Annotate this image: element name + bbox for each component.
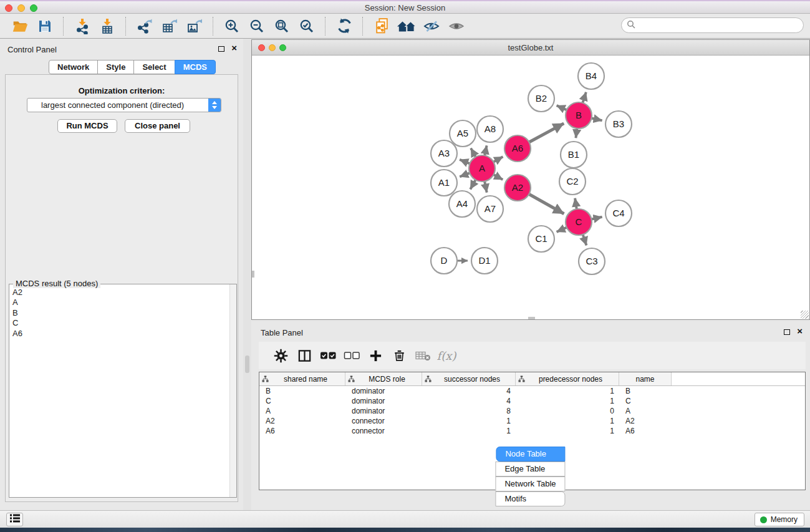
close-panel-button[interactable]: Close panel <box>125 119 190 133</box>
cell-successor-nodes[interactable]: 1 <box>422 417 516 425</box>
delete-column-button[interactable] <box>387 344 411 367</box>
toggle-columns-button[interactable] <box>292 344 316 367</box>
edge-C-C4[interactable] <box>592 217 602 220</box>
run-mcds-button[interactable]: Run MCDS <box>57 119 117 133</box>
result-list-item[interactable]: A <box>12 297 230 307</box>
result-scrollbar[interactable] <box>229 284 236 497</box>
show-all-button[interactable] <box>445 16 468 37</box>
home-button[interactable] <box>395 16 418 37</box>
cell-mcds-role[interactable]: dominator <box>345 407 422 415</box>
tab-node-table[interactable]: Node Table <box>496 447 565 462</box>
tab-edge-table[interactable]: Edge Table <box>495 462 565 476</box>
zoom-in-button[interactable] <box>221 16 243 37</box>
node-D1[interactable]: D1 <box>471 248 498 274</box>
column-header-shared-name[interactable]: shared name <box>259 372 345 385</box>
result-list-item[interactable]: B <box>12 308 230 318</box>
node-A8[interactable]: A8 <box>477 116 503 142</box>
cell-mcds-role[interactable]: connector <box>345 417 422 425</box>
edge-A-A2[interactable] <box>493 175 503 180</box>
edge-A-A4[interactable] <box>470 180 476 189</box>
edge-C-C3[interactable] <box>583 235 587 245</box>
export-network-button[interactable] <box>133 16 156 37</box>
cell-mcds-role[interactable]: dominator <box>345 397 422 405</box>
cell-successor-nodes[interactable]: 4 <box>422 397 516 405</box>
duplicate-network-button[interactable] <box>370 16 393 37</box>
import-table-button[interactable] <box>96 16 118 37</box>
edge-B-B2[interactable] <box>557 105 567 110</box>
cell-predecessor-nodes[interactable]: 1 <box>516 417 619 425</box>
hide-selected-button[interactable] <box>420 16 443 37</box>
cell-shared-name[interactable]: A2 <box>259 417 345 425</box>
edge-B-B3[interactable] <box>592 118 602 120</box>
control-panel-close-button[interactable]: × <box>231 42 237 54</box>
network-window-titlebar[interactable]: testGlobe.txt <box>252 40 809 56</box>
node-C2[interactable]: C2 <box>559 168 586 195</box>
cell-successor-nodes[interactable]: 8 <box>422 407 516 415</box>
cell-predecessor-nodes[interactable]: 1 <box>516 387 619 395</box>
network-graph[interactable]: B4B2BB3B1A5A8A6A3AA1A2C2A4A7C4CC1C3DD1 <box>252 56 809 319</box>
cell-name[interactable]: A2 <box>619 417 672 425</box>
column-header-predecessor-nodes[interactable]: predecessor nodes <box>516 372 619 385</box>
tab-style[interactable]: Style <box>97 60 134 74</box>
tab-mcds[interactable]: MCDS <box>175 60 216 74</box>
node-A7[interactable]: A7 <box>477 196 503 222</box>
cell-successor-nodes[interactable]: 1 <box>422 427 516 435</box>
cell-name[interactable]: B <box>619 387 672 395</box>
edge-B-B4[interactable] <box>582 92 586 103</box>
table-panel-float-button[interactable] <box>784 329 790 335</box>
cell-shared-name[interactable]: B <box>259 387 345 395</box>
task-history-button[interactable] <box>6 513 23 526</box>
node-C4[interactable]: C4 <box>605 200 632 226</box>
criterion-select[interactable]: largest connected component (directed) <box>27 98 221 112</box>
node-B[interactable]: B <box>566 102 592 128</box>
cell-successor-nodes[interactable]: 4 <box>422 387 516 395</box>
refresh-button[interactable] <box>333 16 355 37</box>
zoom-fit-button[interactable] <box>271 16 293 37</box>
export-table-button[interactable] <box>158 16 181 37</box>
cell-name[interactable]: A <box>619 407 672 415</box>
cell-mcds-role[interactable]: dominator <box>345 387 422 395</box>
table-row[interactable]: A6connector11A6 <box>259 426 805 436</box>
zoom-selected-button[interactable] <box>296 16 318 37</box>
cell-mcds-role[interactable]: connector <box>345 427 422 435</box>
result-list-item[interactable]: C <box>12 318 230 328</box>
mcds-result-list[interactable]: A2ABCA6 <box>10 285 230 496</box>
tab-motifs[interactable]: Motifs <box>495 491 565 506</box>
cell-predecessor-nodes[interactable]: 0 <box>516 407 619 415</box>
open-session-button[interactable] <box>9 16 31 37</box>
table-row[interactable]: Cdominator41C <box>259 396 805 406</box>
search-field[interactable] <box>621 17 804 33</box>
edge-A-A3[interactable] <box>460 160 470 163</box>
node-A1[interactable]: A1 <box>431 170 457 196</box>
node-A4[interactable]: A4 <box>449 191 475 217</box>
table-row[interactable]: Adominator80A <box>259 406 805 416</box>
column-header-mcds-role[interactable]: MCDS role <box>345 372 422 385</box>
zoom-out-button[interactable] <box>246 16 268 37</box>
node-A6[interactable]: A6 <box>504 135 531 162</box>
node-B3[interactable]: B3 <box>605 111 632 137</box>
cell-name[interactable]: A6 <box>619 427 672 435</box>
node-B4[interactable]: B4 <box>578 63 604 89</box>
save-session-button[interactable] <box>34 16 56 37</box>
cell-predecessor-nodes[interactable]: 1 <box>516 397 619 405</box>
tab-network-table[interactable]: Network Table <box>495 476 565 491</box>
cell-shared-name[interactable]: C <box>259 397 345 405</box>
edge-A-A8[interactable] <box>485 145 486 155</box>
node-B2[interactable]: B2 <box>528 85 554 112</box>
table-options-button[interactable] <box>269 344 292 367</box>
table-row[interactable]: A2connector11A2 <box>259 416 805 426</box>
node-D[interactable]: D <box>431 248 457 274</box>
edge-A-A6[interactable] <box>493 157 503 162</box>
table-row[interactable]: Bdominator41B <box>259 386 805 396</box>
tab-select[interactable]: Select <box>133 60 175 74</box>
edge-A-A1[interactable] <box>460 173 470 177</box>
node-A3[interactable]: A3 <box>431 140 457 167</box>
add-column-button[interactable] <box>364 344 387 367</box>
cell-name[interactable]: C <box>619 397 672 405</box>
edge-C-C1[interactable] <box>557 228 567 232</box>
node-C1[interactable]: C1 <box>528 226 554 252</box>
node-A[interactable]: A <box>469 155 495 181</box>
edge-A2-C[interactable] <box>529 194 564 214</box>
select-all-columns-button[interactable] <box>316 344 340 367</box>
table-panel-close-button[interactable]: × <box>797 326 803 337</box>
